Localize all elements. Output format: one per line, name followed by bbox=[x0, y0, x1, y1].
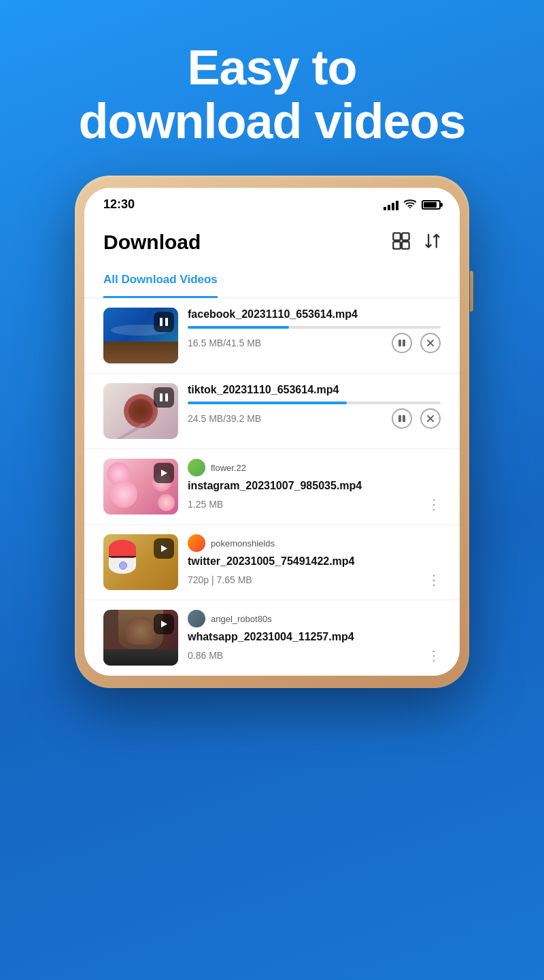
video-meta-row-3: flower.22 bbox=[188, 459, 441, 476]
avatar-5 bbox=[188, 610, 205, 627]
svg-point-0 bbox=[409, 207, 411, 208]
more-options-button-5[interactable]: ⋮ bbox=[427, 649, 441, 662]
username-5: angel_robot80s bbox=[211, 614, 272, 624]
svg-rect-8 bbox=[403, 340, 405, 346]
svg-rect-4 bbox=[402, 242, 409, 250]
app-title: Download bbox=[103, 231, 201, 254]
video-info-5: angel_robot80s whatsapp_20231004_11257.m… bbox=[188, 610, 441, 662]
video-info-2: tiktok_20231110_653614.mp4 24.5 MB/39.2 … bbox=[188, 383, 441, 429]
progress-bar-1 bbox=[188, 326, 441, 329]
file-info-row-1: 16.5 MB/41.5 MB bbox=[188, 333, 441, 353]
svg-rect-11 bbox=[160, 393, 163, 402]
action-icons-1 bbox=[392, 333, 441, 353]
avatar-3 bbox=[188, 459, 205, 476]
video-filename-5: whatsapp_20231004_11257.mp4 bbox=[188, 630, 441, 644]
pause-button-2[interactable] bbox=[392, 408, 412, 429]
phone-side-button bbox=[470, 271, 473, 312]
status-icons bbox=[384, 199, 441, 211]
more-options-button-4[interactable]: ⋮ bbox=[427, 573, 441, 587]
video-info-4: pokemonshields twitter_20231005_75491422… bbox=[188, 534, 441, 587]
video-item-2: tiktok_20231110_653614.mp4 24.5 MB/39.2 … bbox=[84, 374, 460, 449]
header-actions bbox=[392, 231, 441, 253]
video-filename-2: tiktok_20231110_653614.mp4 bbox=[188, 383, 441, 397]
file-info-row-4: 720p | 7.65 MB ⋮ bbox=[188, 573, 441, 587]
video-item-1: facebook_20231110_653614.mp4 16.5 MB/41.… bbox=[84, 298, 460, 374]
wifi-icon bbox=[404, 199, 416, 211]
hero-heading: Easy to download videos bbox=[0, 0, 544, 169]
username-4: pokemonshields bbox=[211, 538, 275, 549]
status-time: 12:30 bbox=[103, 197, 135, 212]
file-size-4: 720p | 7.65 MB bbox=[188, 574, 252, 585]
video-item-4: pokemonshields twitter_20231005_75491422… bbox=[84, 525, 460, 600]
hero-line1: Easy to bbox=[187, 40, 356, 95]
svg-marker-18 bbox=[161, 545, 167, 552]
file-info-row-3: 1.25 MB ⋮ bbox=[188, 497, 441, 511]
svg-rect-12 bbox=[165, 393, 168, 402]
video-item-5: angel_robot80s whatsapp_20231004_11257.m… bbox=[84, 600, 460, 676]
file-size-5: 0.86 MB bbox=[188, 650, 223, 661]
video-info-1: facebook_20231110_653614.mp4 16.5 MB/41.… bbox=[188, 308, 441, 353]
thumbnail-3 bbox=[103, 459, 178, 514]
video-play-badge-4 bbox=[154, 538, 174, 559]
pause-button-1[interactable] bbox=[392, 333, 412, 353]
progress-bar-2 bbox=[188, 402, 441, 404]
cancel-button-1[interactable] bbox=[420, 333, 441, 353]
svg-rect-5 bbox=[160, 318, 163, 326]
file-size-2: 24.5 MB/39.2 MB bbox=[188, 413, 261, 424]
svg-rect-6 bbox=[165, 318, 168, 326]
file-size-1: 16.5 MB/41.5 MB bbox=[188, 338, 261, 348]
svg-rect-3 bbox=[393, 242, 401, 250]
thumbnail-1 bbox=[103, 308, 178, 363]
video-filename-1: facebook_20231110_653614.mp4 bbox=[188, 308, 441, 322]
tab-bar: All Download Videos bbox=[84, 265, 460, 298]
svg-rect-14 bbox=[403, 415, 405, 422]
video-play-badge-5 bbox=[154, 614, 174, 634]
username-3: flower.22 bbox=[211, 463, 246, 473]
svg-rect-13 bbox=[398, 415, 401, 422]
video-play-badge-1 bbox=[154, 312, 174, 332]
thumbnail-2 bbox=[103, 383, 178, 439]
svg-rect-7 bbox=[398, 340, 401, 346]
thumbnail-4 bbox=[103, 534, 178, 590]
phone-screen: 12:30 bbox=[84, 188, 460, 676]
signal-icon bbox=[384, 199, 398, 210]
video-item-3: flower.22 instagram_20231007_985035.mp4 … bbox=[84, 449, 460, 525]
svg-rect-1 bbox=[393, 233, 401, 241]
hero-line2: download videos bbox=[78, 94, 465, 148]
file-info-row-5: 0.86 MB ⋮ bbox=[188, 649, 441, 662]
svg-rect-2 bbox=[402, 233, 409, 241]
battery-icon bbox=[422, 200, 441, 210]
video-info-3: flower.22 instagram_20231007_985035.mp4 … bbox=[188, 459, 441, 511]
avatar-4 bbox=[188, 534, 205, 552]
tab-all-downloads[interactable]: All Download Videos bbox=[103, 265, 218, 298]
file-info-row-2: 24.5 MB/39.2 MB bbox=[188, 408, 441, 429]
svg-marker-17 bbox=[161, 470, 167, 476]
video-filename-4: twitter_20231005_75491422.mp4 bbox=[188, 555, 441, 569]
more-options-button-3[interactable]: ⋮ bbox=[427, 497, 441, 511]
file-size-3: 1.25 MB bbox=[188, 499, 223, 510]
thumbnail-5 bbox=[103, 610, 178, 666]
video-list: facebook_20231110_653614.mp4 16.5 MB/41.… bbox=[84, 298, 460, 676]
status-bar: 12:30 bbox=[84, 188, 460, 217]
video-play-badge-3 bbox=[154, 463, 174, 483]
svg-marker-19 bbox=[161, 621, 167, 627]
video-filename-3: instagram_20231007_985035.mp4 bbox=[188, 479, 441, 493]
video-meta-row-5: angel_robot80s bbox=[188, 610, 441, 627]
cancel-button-2[interactable] bbox=[420, 408, 441, 429]
video-meta-row-4: pokemonshields bbox=[188, 534, 441, 552]
action-icons-2 bbox=[392, 408, 441, 429]
grid-view-icon[interactable] bbox=[392, 231, 411, 253]
video-play-badge-2 bbox=[154, 387, 174, 408]
app-header: Download bbox=[84, 217, 460, 265]
phone-outer: 12:30 bbox=[75, 176, 469, 688]
phone-mockup: 12:30 bbox=[75, 176, 469, 688]
sort-icon[interactable] bbox=[424, 231, 441, 253]
